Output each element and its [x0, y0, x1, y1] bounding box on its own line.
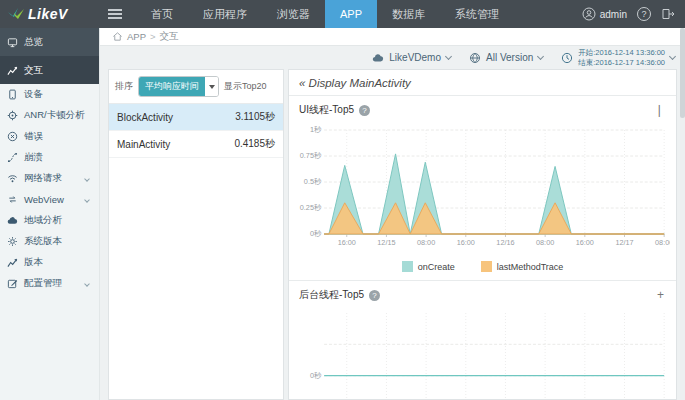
device-icon [7, 89, 18, 100]
hamburger-menu-icon[interactable] [108, 9, 122, 19]
time-range-start: 开始:2016-12-14 13:36:00 [578, 48, 665, 57]
top-count-label: 显示Top20 [224, 80, 267, 93]
chevron-down-icon [84, 197, 90, 203]
cloud-icon [372, 52, 384, 64]
filter-row: LikeVDemo All Version 开始:2016-12-14 13:3… [100, 46, 685, 69]
crash-icon [7, 152, 18, 163]
error-icon [7, 131, 18, 142]
svg-text:16:00: 16:00 [338, 238, 356, 247]
globe-icon [469, 52, 481, 64]
top-navbar: LikeV 首页 应用程序 浏览器 APP 数据库 系统管理 admin ? [0, 0, 685, 28]
clock-icon [561, 52, 573, 64]
sidebar-item-crash[interactable]: 崩溃 [0, 147, 99, 168]
sidebar-item-region-analysis[interactable]: 地域分析 [0, 210, 99, 231]
area-chart: 16:0012/1508:0016:0012/1608:0016:0012/17… [295, 122, 670, 254]
sidebar-item-errors[interactable]: 错误 [0, 126, 99, 147]
legend-swatch [481, 261, 492, 272]
detail-panel: « Display MainActivity UI线程-Top5 ? ❘ 16:… [288, 69, 677, 400]
config-icon [7, 278, 18, 289]
activity-value: 3.1105秒 [235, 110, 275, 124]
chart1-menu-icon[interactable]: ❘ [652, 104, 666, 116]
logo-text: LikeV [28, 6, 68, 22]
username: admin [600, 9, 627, 20]
sidebar-item-anr-analysis[interactable]: ANR/卡顿分析 [0, 105, 99, 126]
vertical-scrollbar[interactable] [680, 28, 685, 400]
sidebar-item-interaction[interactable]: 交互 [0, 56, 99, 84]
chevron-down-icon [537, 52, 544, 59]
chart2-title: 后台线程-Top5 [299, 288, 364, 302]
app-selector-dropdown[interactable]: LikeVDemo [372, 52, 451, 64]
home-icon [112, 31, 123, 42]
sidebar-item-config-management[interactable]: 配置管理 [0, 273, 99, 294]
sidebar-item-network-requests[interactable]: 网络请求 [0, 168, 99, 189]
activity-name: BlockActivity [117, 112, 173, 123]
ui-thread-chart: 16:0012/1508:0016:0012/1608:0016:0012/17… [289, 122, 676, 258]
logo-swoosh-icon [8, 8, 24, 20]
legend-swatch [402, 261, 413, 272]
select-arrow-icon [205, 77, 218, 96]
svg-text:0.25秒: 0.25秒 [300, 203, 322, 212]
sort-select-value: 平均响应时间 [139, 77, 205, 96]
svg-text:0.5秒: 0.5秒 [304, 177, 322, 186]
help-icon[interactable]: ? [637, 7, 651, 21]
svg-text:0.75秒: 0.75秒 [300, 151, 322, 160]
chart1-help-icon[interactable]: ? [359, 105, 370, 116]
sidebar-item-webview[interactable]: WebView [0, 189, 99, 210]
user-icon [582, 7, 596, 21]
breadcrumb: APP > 交互 [100, 28, 685, 46]
logout-icon[interactable] [661, 7, 675, 21]
sidebar-item-system-version[interactable]: 系统版本 [0, 231, 99, 252]
svg-text:12/15: 12/15 [377, 238, 395, 247]
version-icon [7, 257, 18, 268]
sidebar-item-device[interactable]: 设备 [0, 84, 99, 105]
legend-oncreate[interactable]: onCreate [402, 261, 455, 272]
svg-text:0秒: 0秒 [310, 371, 322, 380]
activity-name: MainActivity [117, 139, 170, 150]
system-version-icon [7, 236, 18, 247]
background-thread-chart: 16:0012/1508:0016:0012/1608:0016:0012/17… [289, 307, 676, 400]
activity-list-panel: 排序 平均响应时间 显示Top20 BlockActivity 3.1105秒 … [108, 69, 284, 400]
nav-item-home[interactable]: 首页 [136, 0, 188, 28]
svg-text:08:00: 08:00 [655, 238, 670, 247]
interaction-icon [7, 65, 18, 76]
svg-text:12/17: 12/17 [615, 238, 633, 247]
network-icon [7, 173, 18, 184]
app-logo[interactable]: LikeV [0, 0, 100, 28]
chevron-down-icon [84, 176, 90, 182]
activity-row-blockactivity[interactable]: BlockActivity 3.1105秒 [109, 104, 283, 131]
anr-icon [7, 110, 18, 121]
webview-icon [7, 194, 18, 205]
chart1-legend: onCreate lastMethodTrace [289, 258, 676, 278]
time-range-picker[interactable]: 开始:2016-12-14 13:36:00 结束:2016-12-17 14:… [561, 48, 675, 67]
nav-item-database[interactable]: 数据库 [377, 0, 440, 28]
nav-item-applications[interactable]: 应用程序 [188, 0, 262, 28]
breadcrumb-separator: > [150, 31, 156, 42]
time-range-end: 结束:2016-12-17 14:36:00 [578, 58, 665, 67]
chart2-help-icon[interactable]: ? [369, 290, 380, 301]
scrollbar-thumb[interactable] [680, 28, 685, 118]
chart2-expand-icon[interactable]: + [655, 289, 666, 301]
activity-row-mainactivity[interactable]: MainActivity 0.4185秒 [109, 131, 283, 158]
version-selector-dropdown[interactable]: All Version [469, 52, 543, 64]
overview-icon [7, 37, 18, 48]
sidebar: 总览 交互 设备 ANR/卡顿分析 错误 崩溃 网络请求 Web [0, 28, 100, 400]
nav-item-system-admin[interactable]: 系统管理 [440, 0, 514, 28]
detail-title: « Display MainActivity [289, 70, 676, 96]
nav-item-app[interactable]: APP [325, 0, 377, 28]
svg-text:08:00: 08:00 [417, 238, 435, 247]
legend-lastmethodtrace[interactable]: lastMethodTrace [481, 261, 564, 272]
sort-label: 排序 [115, 80, 133, 93]
svg-text:0秒: 0秒 [310, 229, 322, 238]
chevron-down-icon [445, 52, 452, 59]
user-menu[interactable]: admin [582, 7, 627, 21]
sidebar-item-overview[interactable]: 总览 [0, 28, 99, 56]
svg-text:16:00: 16:00 [576, 238, 594, 247]
region-icon [7, 215, 18, 226]
main-nav: 首页 应用程序 浏览器 APP 数据库 系统管理 [136, 0, 514, 28]
line-chart: 16:0012/1508:0016:0012/1608:0016:0012/17… [295, 307, 670, 400]
sort-select[interactable]: 平均响应时间 [138, 76, 219, 97]
nav-item-browser[interactable]: 浏览器 [262, 0, 325, 28]
svg-text:08:00: 08:00 [536, 238, 554, 247]
breadcrumb-section[interactable]: APP [127, 31, 146, 42]
sidebar-item-version[interactable]: 版本 [0, 252, 99, 273]
